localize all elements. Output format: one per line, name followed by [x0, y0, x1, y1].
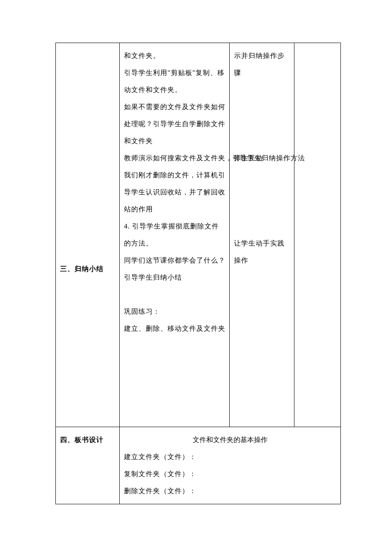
- text-line: 巩固练习：: [124, 303, 226, 320]
- section-label-cell: 四、板书设计: [56, 427, 120, 504]
- text-line: [234, 98, 291, 116]
- text-line: [234, 201, 291, 218]
- text-line: [124, 371, 226, 388]
- text-line: [124, 354, 226, 371]
- table-row: 四、板书设计 文件和文件夹的基本操作 建立文件夹（文件）： 复制文件夹（文件）：…: [56, 427, 341, 504]
- lesson-plan-table: 三、归纳小结 和文件夹。 引导学生利用"剪贴板"复制、移动文件和文件夹。 如果不…: [55, 43, 341, 504]
- teacher-activity-cell: 和文件夹。 引导学生利用"剪贴板"复制、移动文件和文件夹。 如果不需要的文件及文…: [120, 43, 230, 427]
- text-line: 和文件夹。: [124, 47, 226, 64]
- notes-cell: [294, 43, 341, 427]
- text-line: 我们刚才删除的文件，计算机引导学生认识回收站，并了解回收站的作用: [124, 167, 226, 218]
- notes-content: [294, 43, 340, 52]
- text-line: 4. 引导学生掌握彻底删除文件的方法。: [124, 218, 226, 252]
- text-line: 引导学生利用"剪贴板"复制、移动文件和文件夹。: [124, 64, 226, 98]
- section-label-cell: 三、归纳小结: [56, 43, 120, 427]
- text-line: [234, 116, 291, 133]
- section-label-board: 四、板书设计: [56, 427, 119, 453]
- text-line: 同学们这节课你都学会了什么？引导学生归纳小结: [124, 252, 226, 286]
- table-row: 三、归纳小结 和文件夹。 引导学生利用"剪贴板"复制、移动文件和文件夹。 如果不…: [56, 43, 341, 427]
- board-design-lines: 建立文件夹（文件）： 复制文件夹（文件）： 删除文件夹（文件）：: [120, 448, 340, 504]
- text-line: 教师演示如何搜索文件及文件夹，引导学生归纳操作方法: [124, 150, 226, 167]
- board-design-title: 文件和文件夹的基本操作: [120, 427, 340, 448]
- text-line: 如果不需要的文件及文件夹如何处理呢？引导学生自学删除文件和文件夹: [124, 98, 226, 150]
- text-line: [124, 337, 226, 354]
- text-line: 示并归纳操作步骤: [234, 47, 291, 81]
- text-line: [234, 167, 291, 184]
- text-line: 让学生动手实践操作: [234, 235, 291, 269]
- text-line: [234, 81, 291, 98]
- text-line: 复制文件夹（文件）：: [124, 465, 337, 483]
- text-line: [234, 133, 291, 150]
- text-line: [124, 405, 226, 422]
- text-line: [124, 388, 226, 405]
- text-line: [234, 184, 291, 201]
- board-design-cell: 文件和文件夹的基本操作 建立文件夹（文件）： 复制文件夹（文件）： 删除文件夹（…: [120, 427, 341, 504]
- teacher-activity-content: 和文件夹。 引导学生利用"剪贴板"复制、移动文件和文件夹。 如果不需要的文件及文…: [120, 43, 229, 427]
- text-line: [124, 286, 226, 303]
- text-line: 删除文件夹（文件）：: [124, 483, 337, 500]
- text-line: [234, 218, 291, 235]
- section-label-summary: 三、归纳小结: [56, 43, 119, 282]
- text-line: 建立、删除、移动文件及文件夹: [124, 320, 226, 337]
- text-line: 建立文件夹（文件）：: [124, 448, 337, 465]
- student-activity-cell: 示并归纳操作步骤 师生互动 让学生动手实践操作: [230, 43, 294, 427]
